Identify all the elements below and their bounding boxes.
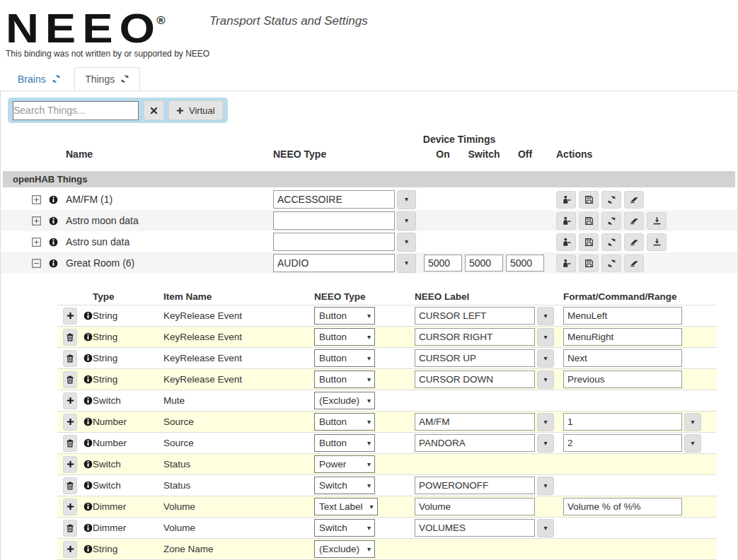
neeo-type-dropdown-button[interactable]: ▾: [397, 233, 416, 252]
tab-things[interactable]: Things: [74, 67, 140, 91]
neeo-type-select[interactable]: Power▾: [314, 455, 375, 473]
neeo-type-select[interactable]: Button▾: [314, 307, 375, 325]
neeo-type-select[interactable]: Button▾: [314, 413, 375, 431]
clear-search-button[interactable]: [144, 100, 164, 120]
expand-icon[interactable]: [32, 216, 41, 226]
add-channel-button[interactable]: [63, 392, 77, 409]
format-input[interactable]: [563, 328, 682, 346]
save-button[interactable]: [579, 191, 599, 209]
save-button[interactable]: [579, 212, 599, 230]
info-icon[interactable]: [83, 523, 93, 532]
neeo-label-dropdown-button[interactable]: ▾: [537, 519, 554, 537]
format-dropdown-button[interactable]: ▾: [684, 434, 701, 453]
add-virtual-button[interactable]: Virtual: [168, 100, 223, 120]
neeo-label-input[interactable]: [415, 434, 535, 452]
tab-brains[interactable]: Brains: [7, 67, 71, 91]
info-icon[interactable]: [49, 216, 58, 226]
info-icon[interactable]: [49, 195, 58, 204]
delete-channel-button[interactable]: [63, 350, 77, 367]
neeo-label-input[interactable]: [415, 477, 535, 494]
transfer-button[interactable]: [556, 212, 576, 230]
download-button[interactable]: [647, 233, 667, 251]
info-icon[interactable]: [83, 417, 93, 426]
timing-off-input[interactable]: [506, 255, 544, 272]
delete-channel-button[interactable]: [63, 371, 77, 388]
info-icon[interactable]: [49, 259, 58, 268]
add-channel-button[interactable]: [63, 414, 77, 431]
timing-on-input[interactable]: [424, 255, 462, 272]
info-icon[interactable]: [83, 460, 93, 469]
neeo-label-input[interactable]: [415, 349, 535, 367]
neeo-label-input[interactable]: [415, 328, 535, 346]
neeo-type-input[interactable]: [273, 211, 395, 230]
neeo-type-input[interactable]: [273, 254, 395, 272]
neeo-type-select[interactable]: Button▾: [314, 434, 375, 452]
neeo-type-dropdown-button[interactable]: ▾: [397, 190, 416, 209]
neeo-label-input[interactable]: [415, 413, 535, 431]
format-input[interactable]: [563, 307, 682, 325]
save-button[interactable]: [579, 233, 599, 251]
format-input[interactable]: [563, 371, 682, 388]
neeo-type-select[interactable]: (Exclude)▾: [314, 540, 375, 558]
download-button[interactable]: [647, 212, 667, 230]
erase-button[interactable]: [624, 191, 644, 209]
refresh-icon[interactable]: [120, 74, 129, 83]
refresh-button[interactable]: [601, 212, 621, 230]
format-input[interactable]: [563, 434, 682, 452]
neeo-label-dropdown-button[interactable]: ▾: [537, 477, 554, 495]
refresh-button[interactable]: [601, 191, 621, 209]
refresh-button[interactable]: [601, 233, 621, 251]
timing-switch-input[interactable]: [465, 255, 503, 272]
neeo-type-select[interactable]: Button▾: [314, 349, 375, 367]
expand-icon[interactable]: [32, 195, 41, 204]
neeo-type-dropdown-button[interactable]: ▾: [397, 254, 416, 273]
info-icon[interactable]: [83, 544, 93, 554]
neeo-label-input[interactable]: [415, 519, 535, 537]
info-icon[interactable]: [83, 438, 93, 448]
delete-channel-button[interactable]: [63, 435, 77, 452]
add-channel-button[interactable]: [63, 541, 77, 558]
neeo-label-dropdown-button[interactable]: ▾: [537, 328, 554, 346]
neeo-type-input[interactable]: [273, 190, 395, 209]
format-input[interactable]: [563, 413, 682, 431]
add-channel-button[interactable]: [63, 498, 77, 515]
info-icon[interactable]: [83, 332, 93, 342]
neeo-label-dropdown-button[interactable]: ▾: [537, 434, 554, 453]
info-icon[interactable]: [83, 354, 93, 363]
neeo-type-select[interactable]: Switch▾: [314, 477, 375, 494]
neeo-type-dropdown-button[interactable]: ▾: [397, 211, 416, 231]
format-dropdown-button[interactable]: ▾: [684, 413, 701, 431]
delete-channel-button[interactable]: [63, 477, 77, 494]
neeo-type-select[interactable]: Text Label▾: [314, 498, 378, 515]
info-icon[interactable]: [83, 375, 93, 384]
info-icon[interactable]: [83, 311, 93, 320]
info-icon[interactable]: [49, 238, 58, 247]
transfer-button[interactable]: [556, 255, 576, 272]
format-input[interactable]: [563, 498, 682, 515]
neeo-type-select[interactable]: (Exclude)▾: [314, 392, 375, 409]
neeo-type-input[interactable]: [273, 233, 395, 251]
neeo-label-dropdown-button[interactable]: ▾: [537, 413, 554, 431]
neeo-label-input[interactable]: [415, 371, 535, 388]
refresh-icon[interactable]: [52, 74, 61, 83]
erase-button[interactable]: [624, 255, 644, 272]
neeo-label-dropdown-button[interactable]: ▾: [537, 307, 554, 325]
save-button[interactable]: [579, 255, 599, 272]
erase-button[interactable]: [624, 233, 644, 251]
info-icon[interactable]: [83, 502, 93, 511]
delete-channel-button[interactable]: [63, 329, 77, 346]
format-input[interactable]: [563, 349, 682, 367]
collapse-icon[interactable]: [32, 259, 41, 268]
search-input[interactable]: [13, 101, 139, 120]
add-channel-button[interactable]: [63, 456, 77, 473]
info-icon[interactable]: [83, 396, 93, 405]
neeo-type-select[interactable]: Button▾: [314, 328, 375, 346]
transfer-button[interactable]: [556, 233, 576, 251]
expand-icon[interactable]: [32, 238, 41, 247]
transfer-button[interactable]: [556, 191, 576, 209]
neeo-type-select[interactable]: Button▾: [314, 371, 375, 388]
refresh-button[interactable]: [601, 255, 621, 272]
neeo-label-dropdown-button[interactable]: ▾: [537, 371, 554, 389]
neeo-label-input[interactable]: [415, 498, 535, 515]
neeo-label-input[interactable]: [415, 307, 535, 325]
